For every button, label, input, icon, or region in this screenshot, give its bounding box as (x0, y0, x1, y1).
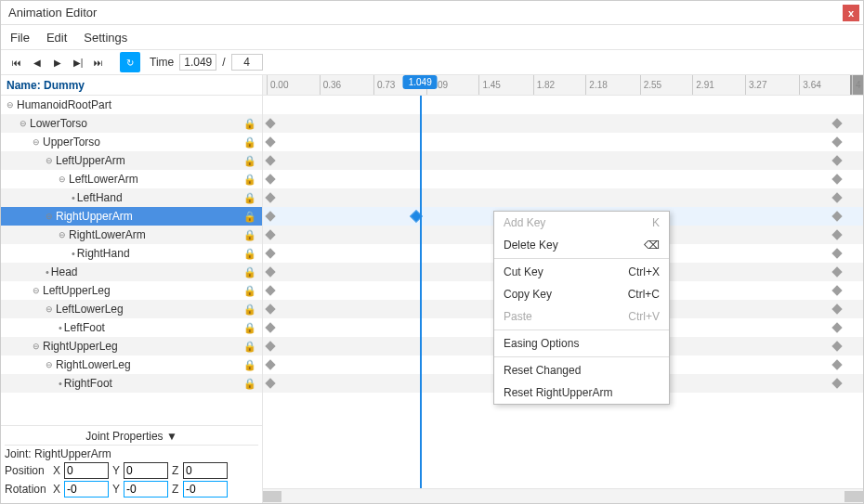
tree-row[interactable]: •LeftFoot🔒 (1, 318, 262, 337)
keyframe[interactable] (265, 229, 275, 239)
tree-row[interactable]: ⊖RightLowerLeg🔒 (1, 355, 262, 374)
position-y-input[interactable] (124, 462, 168, 479)
tree-row[interactable]: ⊖RightUpperLeg🔒 (1, 337, 262, 355)
rotation-y-input[interactable] (124, 481, 168, 498)
keyframe[interactable] (265, 304, 275, 314)
keyframe[interactable] (831, 136, 842, 147)
keyframe[interactable] (831, 322, 842, 332)
lock-icon[interactable]: 🔒 (243, 285, 256, 297)
context-menu-item[interactable]: Easing Options (494, 332, 669, 355)
keyframe[interactable] (265, 211, 275, 221)
lock-icon[interactable]: 🔒 (243, 229, 256, 241)
expander-icon[interactable]: ⊖ (7, 100, 14, 110)
position-x-input[interactable] (64, 462, 109, 479)
expander-icon[interactable]: ⊖ (33, 286, 40, 295)
tree-row[interactable]: ⊖LeftUpperArm🔒 (1, 151, 262, 170)
lock-icon[interactable]: 🔒 (243, 248, 256, 260)
keyframe[interactable] (831, 378, 842, 388)
keyframe[interactable] (265, 378, 275, 388)
keyframe[interactable] (831, 155, 842, 165)
keyframe[interactable] (265, 359, 275, 369)
tree-row[interactable]: ⊖RightUpperArm🔒 (1, 207, 262, 226)
expander-icon[interactable]: ⊖ (20, 119, 27, 128)
menu-settings[interactable]: Settings (84, 31, 127, 45)
tree-row[interactable]: ⊖LeftLowerLeg🔒 (1, 300, 262, 318)
close-button[interactable]: x (843, 5, 859, 21)
first-frame-button[interactable]: ⏮ (8, 54, 25, 71)
tree-row[interactable]: ⊖LeftLowerArm🔒 (1, 170, 262, 188)
expander-icon[interactable]: ⊖ (46, 304, 53, 314)
keyframe[interactable] (831, 174, 842, 184)
scrollbar-thumb-right[interactable] (844, 491, 863, 502)
context-menu-item[interactable]: Cut KeyCtrl+X (494, 261, 669, 283)
track-row[interactable] (263, 170, 863, 188)
tree-row[interactable]: ⊖LowerTorso🔒 (1, 114, 262, 133)
keyframe[interactable] (265, 174, 275, 184)
playhead-badge[interactable]: 1.049 (403, 75, 438, 89)
tree-row[interactable]: •Head🔒 (1, 263, 262, 281)
keyframe[interactable] (831, 304, 842, 314)
lock-icon[interactable]: 🔒 (243, 155, 256, 167)
keyframe[interactable] (831, 266, 842, 277)
expander-icon[interactable]: ⊖ (33, 137, 40, 147)
expander-icon[interactable]: ⊖ (59, 230, 66, 239)
joint-properties-header[interactable]: Joint Properties ▼ (5, 428, 258, 446)
keyframe[interactable] (831, 248, 842, 258)
tree-row[interactable]: •RightFoot🔒 (1, 374, 262, 393)
keyframe[interactable] (831, 285, 842, 295)
keyframe[interactable] (831, 229, 842, 239)
track-row[interactable] (263, 133, 863, 151)
lock-icon[interactable]: 🔒 (243, 192, 256, 204)
keyframe[interactable] (831, 211, 842, 221)
lock-icon[interactable]: 🔒 (243, 136, 256, 149)
time-total-input[interactable]: 4 (231, 54, 263, 71)
loop-button[interactable]: ↻ (120, 52, 140, 72)
expander-icon[interactable]: ⊖ (59, 174, 66, 184)
lock-icon[interactable]: 🔒 (243, 341, 256, 353)
position-z-input[interactable] (183, 462, 228, 479)
menu-edit[interactable]: Edit (46, 31, 67, 45)
tracks-area[interactable]: Add KeyKDelete Key⌫Cut KeyCtrl+XCopy Key… (263, 96, 863, 488)
lock-icon[interactable]: 🔒 (243, 304, 256, 316)
keyframe[interactable] (831, 118, 842, 128)
track-row[interactable] (263, 96, 863, 114)
context-menu-item[interactable]: Delete Key⌫ (494, 234, 669, 256)
timeline-ruler[interactable]: 1.0490.000.360.731.091.451.822.182.552.9… (263, 75, 863, 96)
context-menu-item[interactable]: Reset Changed (494, 359, 669, 381)
tree-row[interactable]: ⊖UpperTorso🔒 (1, 133, 262, 151)
keyframe[interactable] (831, 192, 842, 202)
track-row[interactable] (263, 188, 863, 207)
keyframe[interactable] (265, 155, 275, 165)
expander-icon[interactable]: ⊖ (46, 360, 53, 369)
context-menu-item[interactable]: Reset RightUpperArm (494, 381, 669, 404)
rotation-z-input[interactable] (183, 481, 228, 498)
play-button[interactable]: ▶ (49, 54, 66, 71)
next-frame-button[interactable]: ▶| (70, 54, 86, 71)
keyframe[interactable] (831, 359, 842, 369)
scrollbar-thumb-left[interactable] (263, 491, 281, 502)
lock-icon[interactable]: 🔒 (243, 322, 256, 334)
lock-icon[interactable]: 🔒 (243, 378, 256, 390)
lock-icon[interactable]: 🔒 (243, 266, 256, 278)
lock-icon[interactable]: 🔒 (243, 174, 256, 186)
last-frame-button[interactable]: ⏭ (90, 54, 107, 71)
expander-icon[interactable]: ⊖ (46, 212, 53, 221)
expander-icon[interactable]: ⊖ (33, 342, 40, 351)
lock-icon[interactable]: 🔒 (243, 211, 256, 223)
tree-row[interactable]: ⊖LeftUpperLeg🔒 (1, 281, 262, 300)
keyframe[interactable] (265, 266, 275, 277)
time-current-input[interactable]: 1.049 (179, 54, 216, 71)
horizontal-scrollbar[interactable] (263, 488, 863, 503)
track-row[interactable] (263, 151, 863, 170)
prev-frame-button[interactable]: ◀ (29, 54, 46, 71)
keyframe[interactable] (831, 341, 842, 351)
lock-icon[interactable]: 🔒 (243, 118, 256, 130)
menu-file[interactable]: File (10, 31, 30, 45)
keyframe[interactable] (265, 322, 275, 332)
tree-row[interactable]: ⊖HumanoidRootPart (1, 96, 262, 114)
tree-row[interactable]: •RightHand🔒 (1, 244, 262, 263)
hierarchy-tree[interactable]: ⊖HumanoidRootPart⊖LowerTorso🔒⊖UpperTorso… (1, 96, 262, 425)
keyframe[interactable] (265, 248, 275, 258)
keyframe[interactable] (265, 285, 275, 295)
keyframe[interactable] (265, 341, 275, 351)
